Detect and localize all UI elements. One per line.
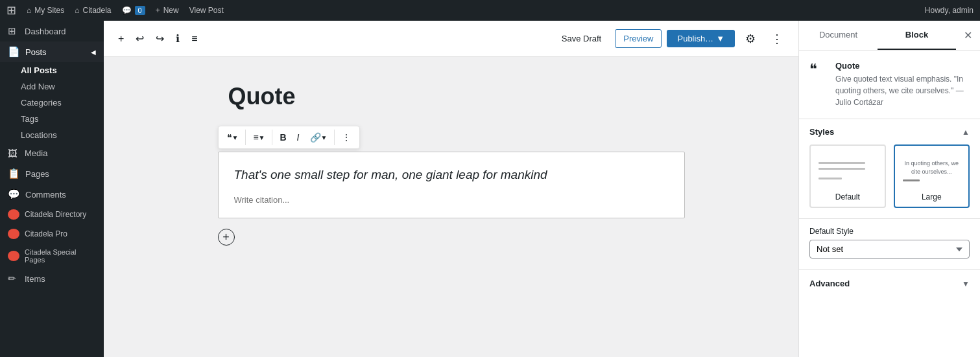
italic-icon: I <box>297 132 300 143</box>
info-button[interactable]: ℹ <box>172 29 184 49</box>
default-style-select[interactable]: Not set Default Large <box>809 240 970 259</box>
style-large-label: Large <box>900 192 964 202</box>
tab-block[interactable]: Block <box>878 21 956 50</box>
toolbar-separator-1 <box>245 130 246 145</box>
site-name-link[interactable]: ⌂ Citadela <box>75 6 111 15</box>
panel-tabs: Document Block ✕ <box>799 21 980 51</box>
gear-icon: ⚙ <box>745 32 756 45</box>
sidebar-item-posts[interactable]: 📄 Posts ◀ <box>0 41 104 62</box>
citation-input[interactable] <box>234 195 669 205</box>
styles-section-header[interactable]: Styles ▲ <box>799 119 980 144</box>
align-button[interactable]: ≡ ▼ <box>248 129 269 146</box>
preview-underline <box>903 179 920 181</box>
new-link[interactable]: + New <box>156 6 179 15</box>
block-name-label: Quote <box>835 61 970 71</box>
style-large-option[interactable]: In quoting others, we cite ourselves... … <box>894 144 970 208</box>
default-style-section: Default Style Not set Default Large <box>799 219 980 270</box>
advanced-section: Advanced ▼ <box>799 270 980 297</box>
sidebar-item-citadela-special[interactable]: Citadela Special Pages <box>0 244 104 268</box>
my-sites-link[interactable]: ⌂ My Sites <box>27 6 64 15</box>
sidebar-item-citadela-dir[interactable]: Citadela Directory <box>0 205 104 224</box>
media-icon: 🖼 <box>8 148 19 159</box>
sidebar-item-citadela-pro[interactable]: Citadela Pro <box>0 224 104 244</box>
style-default-option[interactable]: Default <box>809 144 886 208</box>
settings-button[interactable]: ⚙ <box>740 27 761 51</box>
toolbar-separator-2 <box>272 130 272 145</box>
style-large-preview-text: In quoting others, we cite ourselves... <box>903 159 961 176</box>
editor-toolbar: + ↩ ↪ ℹ ≡ Save Draft Preview Publish… ▼ <box>104 21 798 57</box>
posts-icon: 📄 <box>8 46 20 58</box>
block-description: Give quoted text visual emphasis. "In qu… <box>835 73 970 108</box>
admin-bar: ⊞ ⌂ My Sites ⌂ Citadela 💬 0 + New View P… <box>0 0 980 21</box>
pages-icon: 📋 <box>8 168 20 179</box>
house-icon: ⌂ <box>75 6 79 15</box>
view-post-link[interactable]: View Post <box>189 6 224 15</box>
quote-icon: ❝ <box>227 132 232 143</box>
redo-icon: ↪ <box>156 32 164 45</box>
toolbar-separator-3 <box>334 130 335 145</box>
comments-icon: 💬 <box>122 6 132 15</box>
sidebar-sub-categories[interactable]: Categories <box>0 95 104 111</box>
wp-logo-icon[interactable]: ⊞ <box>6 3 16 17</box>
preview-line-1 <box>819 162 865 164</box>
editor-inner: Quote ❝ ▼ ≡ ▼ B <box>218 83 685 331</box>
publish-button[interactable]: Publish… ▼ <box>667 30 735 47</box>
styles-grid: Default In quoting others, we cite ourse… <box>799 144 980 218</box>
sidebar-item-media[interactable]: 🖼 Media <box>0 143 104 163</box>
post-title[interactable]: Quote <box>218 83 685 110</box>
comment-count-badge: 0 <box>135 6 145 15</box>
more-block-options-button[interactable]: ⋮ <box>337 129 355 146</box>
default-style-label: Default Style <box>809 227 970 236</box>
styles-toggle-icon: ▲ <box>962 128 970 137</box>
home-icon: ⌂ <box>27 6 31 15</box>
redo-button[interactable]: ↪ <box>152 29 168 49</box>
dashboard-icon: ⊞ <box>8 25 19 37</box>
comments-link[interactable]: 💬 0 <box>122 6 145 15</box>
undo-icon: ↩ <box>136 32 144 45</box>
style-default-preview <box>816 151 879 190</box>
styles-section: Styles ▲ Default In quoting others, we c… <box>799 119 980 219</box>
sidebar-item-items[interactable]: ✏ Items <box>0 268 104 289</box>
save-draft-button[interactable]: Save Draft <box>553 29 610 48</box>
more-options-button[interactable]: ⋮ <box>766 27 788 51</box>
quote-text[interactable]: That's one small step for man, one giant… <box>234 165 669 185</box>
sidebar-item-pages[interactable]: 📋 Pages <box>0 163 104 184</box>
preview-line-2 <box>819 168 865 170</box>
sidebar-item-dashboard[interactable]: ⊞ Dashboard <box>0 21 104 41</box>
sidebar-item-comments[interactable]: 💬 Comments <box>0 184 104 205</box>
quote-block: That's one small step for man, one giant… <box>218 152 685 218</box>
toolbar-right: Save Draft Preview Publish… ▼ ⚙ ⋮ <box>553 27 788 51</box>
comments-sidebar-icon: 💬 <box>8 189 20 200</box>
sidebar-sub-tags[interactable]: Tags <box>0 111 104 127</box>
advanced-toggle-icon: ▼ <box>962 279 970 288</box>
italic-button[interactable]: I <box>293 129 304 146</box>
add-block-button[interactable]: + <box>114 29 128 49</box>
tab-document[interactable]: Document <box>799 21 878 50</box>
add-block-after-button[interactable]: + <box>218 229 235 246</box>
editor-area: + ↩ ↪ ℹ ≡ Save Draft Preview Publish… ▼ <box>104 21 798 357</box>
panel-close-button[interactable]: ✕ <box>956 24 980 47</box>
citadela-pro-icon <box>8 229 19 239</box>
sidebar-sub-all-posts[interactable]: All Posts <box>0 62 104 78</box>
quote-dropdown-icon: ▼ <box>232 134 239 141</box>
main-layout: ⊞ Dashboard 📄 Posts ◀ All Posts Add New … <box>0 21 980 357</box>
list-view-button[interactable]: ≡ <box>187 29 201 49</box>
advanced-section-title: Advanced <box>809 279 850 288</box>
block-info: ❝ Quote Give quoted text visual emphasis… <box>799 51 980 119</box>
preview-button[interactable]: Preview <box>615 29 662 48</box>
style-default-label: Default <box>816 192 879 202</box>
plus-add-icon: + <box>222 231 230 244</box>
link-icon: 🔗 <box>310 132 321 143</box>
sidebar-sub-locations[interactable]: Locations <box>0 127 104 143</box>
advanced-section-header[interactable]: Advanced ▼ <box>799 270 980 297</box>
sidebar-sub-add-new[interactable]: Add New <box>0 78 104 95</box>
close-icon: ✕ <box>964 30 972 41</box>
right-panel: Document Block ✕ ❝ Quote Give quoted tex… <box>798 21 980 357</box>
block-type-icon: ❝ <box>809 61 829 78</box>
bold-button[interactable]: B <box>275 129 291 146</box>
publish-dropdown-icon: ▼ <box>716 34 724 43</box>
link-button[interactable]: 🔗 ▼ <box>305 129 332 146</box>
quote-type-button[interactable]: ❝ ▼ <box>222 129 243 146</box>
undo-button[interactable]: ↩ <box>132 29 148 49</box>
bold-icon: B <box>280 132 286 143</box>
